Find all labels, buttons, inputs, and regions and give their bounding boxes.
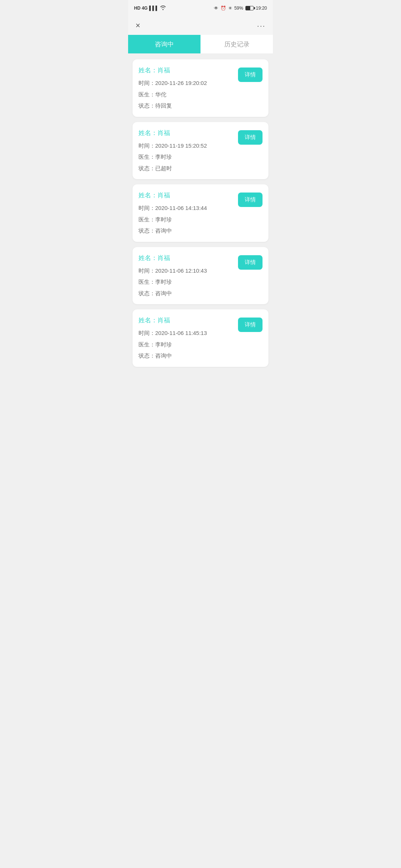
time-value: 2020-11-06 11:45:13	[155, 330, 207, 336]
nav-bar: × ···	[128, 16, 273, 35]
name-value: 肖福	[157, 67, 170, 74]
status-row: 状态：待回复	[138, 102, 234, 110]
name-value: 肖福	[157, 192, 170, 199]
card-name-row: 姓名：肖福	[138, 191, 234, 200]
tab-history[interactable]: 历史记录	[200, 35, 273, 53]
eye-icon: 👁	[214, 6, 218, 11]
doctor-value: 李时珍	[155, 341, 172, 348]
time-display: 19:20	[256, 6, 267, 11]
status-bar: HD 4G ▌▌▌ 👁 ⏰ ✳ 59% 19:20	[128, 0, 273, 16]
time-value: 2020-11-26 19:20:02	[155, 80, 207, 86]
doctor-row: 医生：李时珍	[138, 153, 234, 161]
doctor-row: 医生：李时珍	[138, 341, 234, 349]
time-label: 时间：	[138, 142, 155, 149]
doctor-label: 医生：	[138, 154, 155, 160]
status-value: 咨询中	[155, 227, 172, 234]
list-item: 姓名：肖福 时间：2020-11-06 12:10:43 医生：李时珍 状态：咨…	[133, 247, 268, 305]
list-item: 姓名：肖福 时间：2020-11-06 11:45:13 医生：李时珍 状态：咨…	[133, 309, 268, 367]
detail-button[interactable]: 详情	[238, 68, 263, 82]
consultation-list: 姓名：肖福 时间：2020-11-26 19:20:02 医生：华佗 状态：待回…	[128, 53, 273, 373]
card-info: 姓名：肖福 时间：2020-11-26 19:20:02 医生：华佗 状态：待回…	[138, 66, 234, 110]
tabs: 咨询中 历史记录	[128, 35, 273, 53]
status-label: 状态：	[138, 165, 155, 171]
status-right: 👁 ⏰ ✳ 59% 19:20	[214, 6, 267, 11]
more-button[interactable]: ···	[257, 22, 265, 30]
time-row: 时间：2020-11-19 15:20:52	[138, 142, 234, 150]
name-label: 姓名：	[138, 192, 157, 199]
battery-icon	[245, 6, 254, 10]
doctor-row: 医生：李时珍	[138, 278, 234, 286]
time-row: 时间：2020-11-26 19:20:02	[138, 79, 234, 88]
list-item: 姓名：肖福 时间：2020-11-26 19:20:02 医生：华佗 状态：待回…	[133, 59, 268, 117]
time-label: 时间：	[138, 80, 155, 86]
doctor-label: 医生：	[138, 91, 155, 98]
name-label: 姓名：	[138, 67, 157, 74]
doctor-value: 李时珍	[155, 216, 172, 223]
signal-bars: ▌▌▌	[149, 6, 159, 11]
detail-button[interactable]: 详情	[238, 318, 263, 332]
name-value: 肖福	[157, 317, 170, 324]
card-info: 姓名：肖福 时间：2020-11-06 11:45:13 医生：李时珍 状态：咨…	[138, 316, 234, 360]
time-row: 时间：2020-11-06 11:45:13	[138, 329, 234, 338]
name-label: 姓名：	[138, 317, 157, 324]
close-button[interactable]: ×	[136, 21, 140, 30]
detail-button[interactable]: 详情	[238, 193, 263, 207]
doctor-row: 医生：李时珍	[138, 216, 234, 224]
status-left: HD 4G ▌▌▌	[134, 6, 166, 11]
doctor-label: 医生：	[138, 216, 155, 223]
doctor-label: 医生：	[138, 279, 155, 285]
detail-button[interactable]: 详情	[238, 255, 263, 270]
status-row: 状态：已超时	[138, 164, 234, 173]
card-name-row: 姓名：肖福	[138, 129, 234, 137]
time-value: 2020-11-19 15:20:52	[155, 142, 207, 149]
doctor-value: 李时珍	[155, 279, 172, 285]
card-info: 姓名：肖福 时间：2020-11-06 12:10:43 医生：李时珍 状态：咨…	[138, 254, 234, 298]
status-value: 已超时	[155, 165, 172, 171]
card-name-row: 姓名：肖福	[138, 316, 234, 325]
doctor-value: 华佗	[155, 91, 166, 98]
status-row: 状态：咨询中	[138, 227, 234, 235]
status-row: 状态：咨询中	[138, 289, 234, 298]
card-name-row: 姓名：肖福	[138, 66, 234, 75]
wifi-icon	[160, 6, 166, 11]
time-value: 2020-11-06 12:10:43	[155, 267, 207, 274]
card-name-row: 姓名：肖福	[138, 254, 234, 262]
bluetooth-icon: ✳	[228, 6, 232, 11]
status-label: 状态：	[138, 102, 155, 109]
status-row: 状态：咨询中	[138, 352, 234, 360]
card-info: 姓名：肖福 时间：2020-11-06 14:13:44 医生：李时珍 状态：咨…	[138, 191, 234, 235]
name-value: 肖福	[157, 254, 170, 262]
time-label: 时间：	[138, 267, 155, 274]
time-value: 2020-11-06 14:13:44	[155, 205, 207, 211]
status-label: 状态：	[138, 227, 155, 234]
time-row: 时间：2020-11-06 12:10:43	[138, 267, 234, 275]
list-item: 姓名：肖福 时间：2020-11-19 15:20:52 医生：李时珍 状态：已…	[133, 122, 268, 180]
name-value: 肖福	[157, 129, 170, 137]
time-label: 时间：	[138, 330, 155, 336]
status-label: 状态：	[138, 290, 155, 296]
tab-consulting[interactable]: 咨询中	[128, 35, 200, 53]
time-row: 时间：2020-11-06 14:13:44	[138, 204, 234, 213]
carrier-text: HD 4G	[134, 6, 148, 11]
doctor-row: 医生：华佗	[138, 91, 234, 99]
status-label: 状态：	[138, 352, 155, 359]
status-value: 待回复	[155, 102, 172, 109]
name-label: 姓名：	[138, 254, 157, 262]
battery-percent: 59%	[234, 6, 243, 11]
doctor-label: 医生：	[138, 341, 155, 348]
list-item: 姓名：肖福 时间：2020-11-06 14:13:44 医生：李时珍 状态：咨…	[133, 184, 268, 242]
doctor-value: 李时珍	[155, 154, 172, 160]
alarm-icon: ⏰	[221, 6, 226, 11]
time-label: 时间：	[138, 205, 155, 211]
status-value: 咨询中	[155, 352, 172, 359]
card-info: 姓名：肖福 时间：2020-11-19 15:20:52 医生：李时珍 状态：已…	[138, 129, 234, 173]
name-label: 姓名：	[138, 129, 157, 137]
status-value: 咨询中	[155, 290, 172, 296]
detail-button[interactable]: 详情	[238, 130, 263, 145]
